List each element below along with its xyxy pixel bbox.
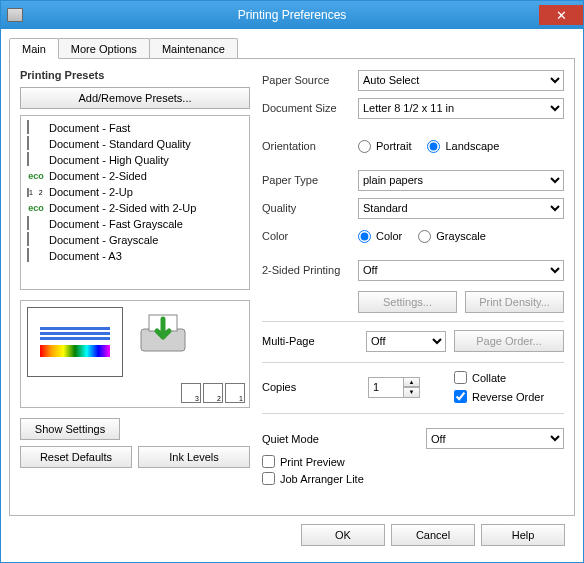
left-column: Printing Presets Add/Remove Presets... D… bbox=[20, 69, 250, 507]
twoup-icon bbox=[27, 185, 43, 199]
button-label: Page Order... bbox=[476, 335, 541, 347]
printer-preview-icon bbox=[135, 307, 191, 363]
job-arranger-checkbox[interactable]: Job Arranger Lite bbox=[262, 472, 564, 485]
presets-list[interactable]: Document - Fast Document - Standard Qual… bbox=[20, 115, 250, 290]
preset-item[interactable]: Document - Standard Quality bbox=[27, 136, 243, 152]
show-settings-button[interactable]: Show Settings bbox=[20, 418, 120, 440]
paper-source-label: Paper Source bbox=[262, 74, 358, 86]
button-label: Reset Defaults bbox=[40, 451, 112, 463]
printer-icon bbox=[7, 8, 23, 22]
two-sided-label: 2-Sided Printing bbox=[262, 264, 358, 276]
preset-label: Document - 2-Sided with 2-Up bbox=[49, 202, 196, 214]
titlebar: Printing Preferences ✕ bbox=[1, 1, 583, 29]
preset-label: Document - A3 bbox=[49, 250, 122, 262]
color-grayscale-radio[interactable]: Grayscale bbox=[418, 230, 486, 243]
print-preview-checkbox[interactable]: Print Preview bbox=[262, 455, 564, 468]
copies-preview-icon bbox=[181, 383, 245, 403]
color-label: Color bbox=[262, 230, 358, 242]
print-density-button: Print Density... bbox=[465, 291, 564, 313]
doc-icon bbox=[27, 121, 43, 135]
preset-item[interactable]: Document - Grayscale bbox=[27, 232, 243, 248]
preset-label: Document - 2-Sided bbox=[49, 170, 147, 182]
preset-item[interactable]: Document - Fast bbox=[27, 120, 243, 136]
tab-label: Main bbox=[22, 43, 46, 55]
doc-icon bbox=[27, 233, 43, 247]
reset-defaults-button[interactable]: Reset Defaults bbox=[20, 446, 132, 468]
preview-page-icon bbox=[27, 307, 123, 377]
doc-icon bbox=[27, 217, 43, 231]
radio-label: Color bbox=[376, 230, 402, 242]
document-size-label: Document Size bbox=[262, 102, 358, 114]
copies-stepper[interactable]: ▲ ▼ bbox=[368, 377, 420, 398]
preset-item[interactable]: Document - High Quality bbox=[27, 152, 243, 168]
button-label: Add/Remove Presets... bbox=[78, 92, 191, 104]
doc-icon bbox=[27, 153, 43, 167]
copies-up-button[interactable]: ▲ bbox=[404, 377, 420, 388]
window-title: Printing Preferences bbox=[238, 8, 347, 22]
right-column: Paper Source Auto Select Document Size L… bbox=[262, 69, 564, 507]
close-button[interactable]: ✕ bbox=[539, 5, 583, 25]
copies-input[interactable] bbox=[368, 377, 404, 398]
button-label: Help bbox=[512, 529, 535, 541]
preset-item[interactable]: Document - 2-Sided with 2-Up bbox=[27, 200, 243, 216]
preset-label: Document - Grayscale bbox=[49, 234, 158, 246]
paper-type-label: Paper Type bbox=[262, 174, 358, 186]
orientation-label: Orientation bbox=[262, 140, 358, 152]
radio-label: Landscape bbox=[445, 140, 499, 152]
dialog-footer: OK Cancel Help bbox=[9, 516, 575, 554]
orientation-portrait-radio[interactable]: Portrait bbox=[358, 140, 411, 153]
preset-item[interactable]: Document - Fast Grayscale bbox=[27, 216, 243, 232]
presets-title: Printing Presets bbox=[20, 69, 250, 81]
copies-label: Copies bbox=[262, 381, 358, 393]
checkbox-label: Reverse Order bbox=[472, 391, 544, 403]
cancel-button[interactable]: Cancel bbox=[391, 524, 475, 546]
printing-preferences-window: Printing Preferences ✕ Main More Options… bbox=[0, 0, 584, 563]
tab-main[interactable]: Main bbox=[9, 38, 59, 59]
tab-maintenance[interactable]: Maintenance bbox=[149, 38, 238, 58]
color-color-radio[interactable]: Color bbox=[358, 230, 402, 243]
eco-icon bbox=[27, 169, 43, 183]
quality-label: Quality bbox=[262, 202, 358, 214]
preset-item[interactable]: Document - 2-Sided bbox=[27, 168, 243, 184]
preset-label: Document - Standard Quality bbox=[49, 138, 191, 150]
doc-icon bbox=[27, 249, 43, 263]
reverse-order-checkbox[interactable]: Reverse Order bbox=[454, 390, 544, 403]
paper-source-select[interactable]: Auto Select bbox=[358, 70, 564, 91]
button-label: OK bbox=[335, 529, 351, 541]
orientation-landscape-radio[interactable]: Landscape bbox=[427, 140, 499, 153]
page-order-button: Page Order... bbox=[454, 330, 564, 352]
paper-type-select[interactable]: plain papers bbox=[358, 170, 564, 191]
multi-page-select[interactable]: Off bbox=[366, 331, 446, 352]
preset-label: Document - High Quality bbox=[49, 154, 169, 166]
collate-checkbox[interactable]: Collate bbox=[454, 371, 544, 384]
tab-more-options[interactable]: More Options bbox=[58, 38, 150, 58]
button-label: Settings... bbox=[383, 296, 432, 308]
doc-icon bbox=[27, 137, 43, 151]
document-size-select[interactable]: Letter 8 1/2 x 11 in bbox=[358, 98, 564, 119]
button-label: Print Density... bbox=[479, 296, 550, 308]
checkbox-label: Job Arranger Lite bbox=[280, 473, 364, 485]
quiet-mode-select[interactable]: Off bbox=[426, 428, 564, 449]
preset-item[interactable]: Document - A3 bbox=[27, 248, 243, 264]
ink-levels-button[interactable]: Ink Levels bbox=[138, 446, 250, 468]
ok-button[interactable]: OK bbox=[301, 524, 385, 546]
help-button[interactable]: Help bbox=[481, 524, 565, 546]
preset-label: Document - Fast bbox=[49, 122, 130, 134]
tab-label: More Options bbox=[71, 43, 137, 55]
quality-select[interactable]: Standard bbox=[358, 198, 564, 219]
multi-page-label: Multi-Page bbox=[262, 335, 358, 347]
radio-label: Portrait bbox=[376, 140, 411, 152]
copies-down-button[interactable]: ▼ bbox=[404, 387, 420, 398]
checkbox-label: Print Preview bbox=[280, 456, 345, 468]
tab-label: Maintenance bbox=[162, 43, 225, 55]
radio-label: Grayscale bbox=[436, 230, 486, 242]
tabstrip: Main More Options Maintenance bbox=[9, 35, 575, 59]
two-sided-settings-button: Settings... bbox=[358, 291, 457, 313]
add-remove-presets-button[interactable]: Add/Remove Presets... bbox=[20, 87, 250, 109]
preset-item[interactable]: Document - 2-Up bbox=[27, 184, 243, 200]
two-sided-select[interactable]: Off bbox=[358, 260, 564, 281]
eco-icon bbox=[27, 201, 43, 215]
preview-box bbox=[20, 300, 250, 408]
preset-label: Document - Fast Grayscale bbox=[49, 218, 183, 230]
button-label: Ink Levels bbox=[169, 451, 219, 463]
